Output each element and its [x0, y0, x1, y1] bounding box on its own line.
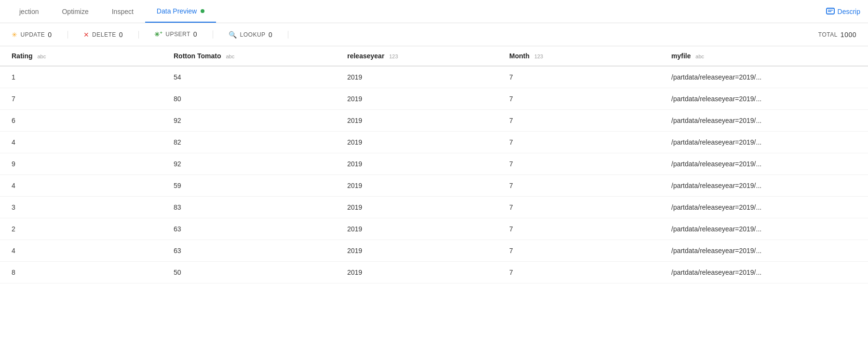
col-type-myfile: abc: [695, 54, 704, 59]
col-label-rotten-tomato: Rotton Tomato: [174, 52, 221, 60]
cell-month: 7: [498, 197, 660, 218]
table-row: 15420197/partdata/releaseyear=2019/...: [0, 66, 868, 88]
table-body: 15420197/partdata/releaseyear=2019/...78…: [0, 66, 868, 283]
lookup-icon: 🔍: [229, 31, 237, 39]
cell-month: 7: [498, 110, 660, 132]
cell-rating: 4: [0, 240, 162, 262]
cell-rotten-tomato: 63: [162, 218, 336, 240]
col-label-rating: Rating: [12, 52, 33, 60]
update-icon: ✳: [12, 31, 18, 39]
cell-releaseyear: 2019: [336, 88, 498, 110]
table-row: 45920197/partdata/releaseyear=2019/...: [0, 175, 868, 197]
cell-rotten-tomato: 50: [162, 262, 336, 283]
cell-myfile: /partdata/releaseyear=2019/...: [660, 175, 868, 197]
cell-myfile: /partdata/releaseyear=2019/...: [660, 132, 868, 153]
cell-myfile: /partdata/releaseyear=2019/...: [660, 197, 868, 218]
stat-upsert: ✳+ UPSERT 0: [139, 30, 213, 38]
table-row: 48220197/partdata/releaseyear=2019/...: [0, 132, 868, 153]
lookup-value: 0: [269, 31, 272, 39]
col-header-month[interactable]: Month 123: [498, 46, 660, 66]
cell-rotten-tomato: 92: [162, 110, 336, 132]
col-header-rotten-tomato[interactable]: Rotton Tomato abc: [162, 46, 336, 66]
cell-month: 7: [498, 88, 660, 110]
col-header-releaseyear[interactable]: releaseyear 123: [336, 46, 498, 66]
cell-releaseyear: 2019: [336, 132, 498, 153]
cell-month: 7: [498, 262, 660, 283]
cell-rotten-tomato: 59: [162, 175, 336, 197]
tab-data-preview[interactable]: Data Preview: [145, 0, 216, 23]
col-label-releaseyear: releaseyear: [347, 52, 384, 60]
table-row: 78020197/partdata/releaseyear=2019/...: [0, 88, 868, 110]
cell-month: 7: [498, 218, 660, 240]
cell-rating: 2: [0, 218, 162, 240]
cell-rating: 8: [0, 262, 162, 283]
cell-rotten-tomato: 92: [162, 153, 336, 175]
svg-rect-0: [827, 8, 834, 14]
description-button[interactable]: Descrip: [826, 8, 860, 15]
cell-releaseyear: 2019: [336, 66, 498, 88]
update-value: 0: [48, 31, 52, 39]
total-label: TOTAL: [818, 31, 838, 38]
cell-rating: 9: [0, 153, 162, 175]
stat-delete: ✕ DELETE 0: [68, 31, 139, 39]
cell-releaseyear: 2019: [336, 175, 498, 197]
col-label-myfile: myfile: [671, 52, 691, 60]
delete-label: DELETE: [92, 31, 116, 38]
cell-releaseyear: 2019: [336, 218, 498, 240]
cell-rotten-tomato: 82: [162, 132, 336, 153]
cell-month: 7: [498, 153, 660, 175]
col-type-rotten-tomato: abc: [226, 54, 234, 59]
col-header-rating[interactable]: Rating abc: [0, 46, 162, 66]
cell-rotten-tomato: 54: [162, 66, 336, 88]
tab-rejection-label: jection: [19, 8, 39, 15]
col-header-myfile[interactable]: myfile abc: [660, 46, 868, 66]
table-row: 26320197/partdata/releaseyear=2019/...: [0, 218, 868, 240]
cell-rating: 3: [0, 197, 162, 218]
table-header-row: Rating abc Rotton Tomato abc releaseyear…: [0, 46, 868, 66]
data-table: Rating abc Rotton Tomato abc releaseyear…: [0, 46, 868, 283]
cell-releaseyear: 2019: [336, 197, 498, 218]
tab-optimize[interactable]: Optimize: [50, 0, 100, 23]
lookup-label: LOOKUP: [240, 31, 266, 38]
table-row: 46320197/partdata/releaseyear=2019/...: [0, 240, 868, 262]
tab-data-preview-label: Data Preview: [157, 7, 197, 15]
stat-total: TOTAL 1000: [803, 31, 856, 39]
cell-myfile: /partdata/releaseyear=2019/...: [660, 218, 868, 240]
delete-value: 0: [119, 31, 123, 39]
cell-month: 7: [498, 132, 660, 153]
tab-inspect-label: Inspect: [112, 8, 134, 15]
cell-month: 7: [498, 240, 660, 262]
delete-icon: ✕: [83, 31, 90, 39]
cell-myfile: /partdata/releaseyear=2019/...: [660, 153, 868, 175]
upsert-icon: ✳+: [154, 30, 163, 38]
tab-inspect[interactable]: Inspect: [100, 0, 145, 23]
cell-rating: 7: [0, 88, 162, 110]
upsert-label: UPSERT: [165, 31, 190, 38]
active-indicator-dot: [201, 9, 204, 13]
cell-releaseyear: 2019: [336, 153, 498, 175]
tab-optimize-label: Optimize: [62, 8, 88, 15]
cell-month: 7: [498, 66, 660, 88]
cell-myfile: /partdata/releaseyear=2019/...: [660, 262, 868, 283]
tab-rejection[interactable]: jection: [8, 0, 50, 23]
cell-myfile: /partdata/releaseyear=2019/...: [660, 66, 868, 88]
stat-update: ✳ UPDATE 0: [12, 31, 68, 39]
stats-bar: ✳ UPDATE 0 ✕ DELETE 0 ✳+ UPSERT 0 🔍 LOOK…: [0, 23, 868, 46]
cell-rating: 4: [0, 132, 162, 153]
col-type-month: 123: [534, 54, 543, 59]
table-row: 69220197/partdata/releaseyear=2019/...: [0, 110, 868, 132]
tab-bar: jection Optimize Inspect Data Preview De…: [0, 0, 868, 23]
cell-releaseyear: 2019: [336, 262, 498, 283]
table-row: 85020197/partdata/releaseyear=2019/...: [0, 262, 868, 283]
total-value: 1000: [841, 31, 856, 39]
cell-rotten-tomato: 80: [162, 88, 336, 110]
cell-rotten-tomato: 63: [162, 240, 336, 262]
cell-myfile: /partdata/releaseyear=2019/...: [660, 110, 868, 132]
cell-rating: 4: [0, 175, 162, 197]
cell-myfile: /partdata/releaseyear=2019/...: [660, 88, 868, 110]
upsert-value: 0: [193, 30, 197, 38]
comment-icon: [826, 8, 835, 15]
table-row: 38320197/partdata/releaseyear=2019/...: [0, 197, 868, 218]
col-type-releaseyear: 123: [389, 54, 398, 59]
table-row: 99220197/partdata/releaseyear=2019/...: [0, 153, 868, 175]
